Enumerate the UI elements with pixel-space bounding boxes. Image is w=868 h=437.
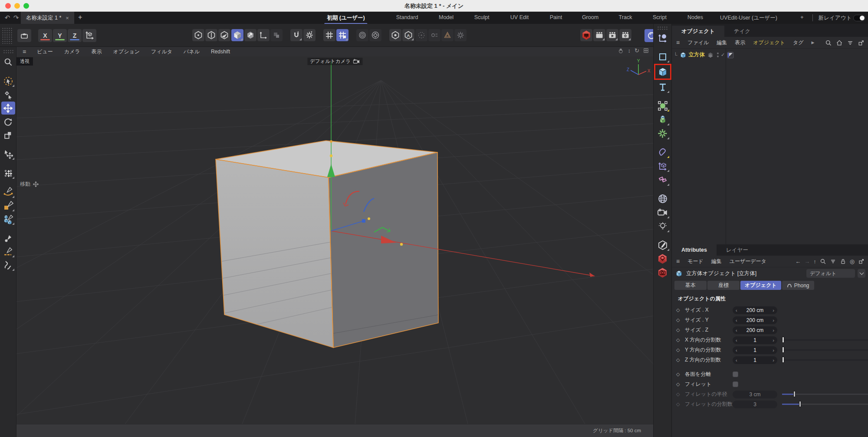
- field-coordinate-button[interactable]: [655, 159, 670, 173]
- spline-primitive-button[interactable]: [655, 50, 670, 63]
- live-selection-tool[interactable]: [1, 75, 15, 88]
- seg-z-slider[interactable]: [782, 357, 868, 363]
- viewport-menu-panel[interactable]: パネル: [184, 48, 200, 56]
- coordinate-bucket-button[interactable]: [17, 29, 31, 42]
- environment-button[interactable]: [655, 192, 670, 205]
- viewport-menu-redshift[interactable]: Redshift: [211, 49, 230, 55]
- layout-tab-nodes[interactable]: Nodes: [687, 14, 703, 20]
- attr-popout-icon[interactable]: [858, 258, 865, 265]
- om-menu-icon[interactable]: ≡: [676, 39, 680, 46]
- seg-y-field[interactable]: ‹1›: [733, 346, 777, 354]
- isolate-dotted-button[interactable]: [415, 29, 427, 41]
- add-layout-tab-button[interactable]: +: [800, 14, 803, 20]
- snap-toggle-button[interactable]: [290, 29, 302, 41]
- polygon-pen-tool[interactable]: [1, 213, 15, 226]
- brush-tool[interactable]: [1, 232, 15, 245]
- redo-icon[interactable]: ↷: [12, 13, 20, 22]
- layout-toggle-switch[interactable]: [853, 15, 865, 21]
- select-move-tool[interactable]: [1, 148, 15, 161]
- size-x-field[interactable]: ‹200 cm›: [733, 306, 777, 314]
- commander-search-button[interactable]: [1, 56, 15, 69]
- section-tab-phong[interactable]: Phong: [782, 281, 814, 290]
- attr-menu-userdata[interactable]: ユーザーデータ: [730, 258, 766, 265]
- go-up-icon[interactable]: ↑: [813, 258, 816, 265]
- texture-axis-mode-button[interactable]: [244, 29, 256, 41]
- document-tab-close-icon[interactable]: ×: [66, 15, 69, 21]
- layout-tab-model[interactable]: Model: [439, 14, 454, 20]
- enable-check-icon[interactable]: ✓: [721, 52, 725, 58]
- om-search-icon[interactable]: [825, 39, 832, 46]
- add-document-tab-button[interactable]: +: [78, 13, 82, 21]
- section-tab-basic[interactable]: 基本: [674, 281, 707, 290]
- snap-settings-button[interactable]: [303, 29, 316, 41]
- layout-tab-sculpt[interactable]: Sculpt: [474, 14, 490, 20]
- viewport[interactable]: ≡ ビュー カメラ 表示 オプション フィルタ パネル Redshift ↕ ↻: [16, 47, 653, 437]
- render-picture-viewer-button[interactable]: [606, 29, 618, 41]
- document-tab[interactable]: 名称未設定 1 * ×: [21, 12, 74, 24]
- preset-chevron-button[interactable]: [858, 269, 865, 278]
- model-mode-button[interactable]: [231, 29, 243, 41]
- cube-primitive-button-highlighted[interactable]: [654, 64, 671, 80]
- attr-menu-icon[interactable]: ≡: [676, 258, 680, 265]
- viewport-menu-display[interactable]: 表示: [92, 48, 102, 56]
- attr-lock-icon[interactable]: [840, 258, 846, 265]
- settings-gear-button[interactable]: [454, 29, 467, 41]
- lock-z-axis-button[interactable]: Z: [68, 29, 82, 42]
- subdivision-surface-button[interactable]: [655, 99, 670, 112]
- spline-smooth-tool[interactable]: [1, 259, 15, 272]
- pan-hand-icon[interactable]: [618, 48, 624, 54]
- lock-x-axis-button[interactable]: X: [38, 29, 52, 42]
- om-menu-tags[interactable]: タグ: [793, 39, 804, 46]
- section-tab-object[interactable]: オブジェクト: [740, 281, 781, 290]
- layout-tab-uvedit[interactable]: UV Edit: [510, 14, 529, 20]
- object-name[interactable]: 立方体: [689, 51, 705, 59]
- palette-grip[interactable]: [657, 26, 668, 30]
- lock-y-axis-button[interactable]: Y: [53, 29, 67, 42]
- line-cut-tool[interactable]: [1, 245, 15, 258]
- palette-grip[interactable]: [3, 49, 13, 54]
- om-popout-icon[interactable]: [858, 39, 865, 46]
- toolbar-grip[interactable]: [2, 27, 13, 44]
- seg-z-field[interactable]: ‹1›: [733, 356, 777, 364]
- layout-tab-paint[interactable]: Paint: [550, 14, 562, 20]
- workplane-axis-button[interactable]: [257, 29, 270, 41]
- filter-eye-button[interactable]: [428, 29, 441, 41]
- tweak-tool[interactable]: [1, 88, 15, 101]
- render-settings-circle-button[interactable]: [369, 29, 381, 41]
- om-filter-icon[interactable]: [847, 39, 854, 46]
- attr-menu-edit[interactable]: 編集: [711, 258, 722, 265]
- om-menu-edit[interactable]: 編集: [717, 39, 727, 46]
- auto-mode-button[interactable]: A: [402, 29, 414, 41]
- om-home-icon[interactable]: [836, 39, 843, 46]
- viewport-menu-camera[interactable]: カメラ: [64, 48, 80, 56]
- redshift-renderview-button[interactable]: [580, 29, 592, 41]
- layout-tab-startup[interactable]: 初期 (ユーザー): [327, 14, 365, 22]
- camera-label[interactable]: デフォルトカメラ: [307, 58, 362, 65]
- scene-camera-button[interactable]: [655, 206, 670, 219]
- transfer-tool[interactable]: [1, 167, 15, 180]
- layout-tab-script[interactable]: Script: [653, 14, 667, 20]
- visibility-dots-icon[interactable]: [717, 53, 719, 57]
- coordinate-system-button[interactable]: [82, 29, 96, 42]
- quantize-grid-button[interactable]: [336, 29, 349, 41]
- undo-icon[interactable]: ↶: [3, 13, 11, 22]
- material-editor-button[interactable]: [655, 238, 670, 252]
- rotate-tool[interactable]: [1, 115, 15, 128]
- generator-gear-button[interactable]: [655, 127, 670, 140]
- om-menu-objects[interactable]: オブジェクト: [753, 39, 785, 46]
- om-menu-view[interactable]: 表示: [735, 39, 745, 46]
- render-view-button[interactable]: [593, 29, 605, 41]
- fillet-checkbox[interactable]: [733, 381, 738, 387]
- layout-tab-standard[interactable]: Standard: [396, 14, 418, 20]
- render-region-button[interactable]: [356, 29, 368, 41]
- history-back-icon[interactable]: ←: [795, 258, 801, 265]
- viewport-menu-filter[interactable]: フィルタ: [151, 48, 172, 56]
- separate-surfaces-checkbox[interactable]: [733, 371, 738, 377]
- text-primitive-button[interactable]: [655, 80, 670, 94]
- viewport-menu-options[interactable]: オプション: [113, 48, 140, 56]
- spline-coordinate-button[interactable]: [655, 31, 670, 45]
- preset-dropdown[interactable]: デフォルト: [806, 269, 855, 278]
- viewport-solo-button[interactable]: [389, 29, 401, 41]
- polygons-mode-button[interactable]: [218, 29, 230, 41]
- tab-attributes[interactable]: Attributes: [672, 244, 717, 256]
